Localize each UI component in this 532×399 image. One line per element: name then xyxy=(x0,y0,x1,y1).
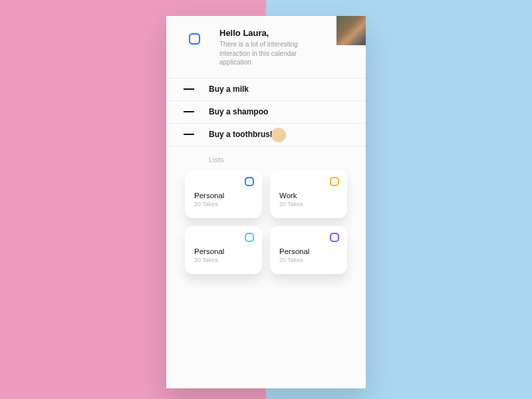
todo-row[interactable]: Buy a milk xyxy=(166,78,366,101)
card-name: Work xyxy=(279,192,339,200)
subtitle-text: There is a lot of interesting interactio… xyxy=(219,40,319,67)
phone-frame: Hello Laura, There is a lot of interesti… xyxy=(166,16,366,388)
todo-label: Buy a toothbrush xyxy=(209,130,275,139)
card-name: Personal xyxy=(194,192,254,200)
card-subtitle: 20 Takes xyxy=(279,201,339,207)
header: Hello Laura, There is a lot of interesti… xyxy=(166,16,366,78)
card-subtitle: 20 Takes xyxy=(194,257,254,263)
list-card-personal[interactable]: Personal 20 Takes xyxy=(185,226,262,274)
card-name: Personal xyxy=(194,247,254,255)
app-icon[interactable] xyxy=(189,33,200,45)
square-icon xyxy=(330,233,339,242)
dash-icon xyxy=(184,111,194,112)
square-icon xyxy=(245,177,254,186)
dash-icon xyxy=(184,134,194,135)
lists-title: Lists xyxy=(209,156,354,164)
todo-row[interactable]: Buy a shampoo xyxy=(166,101,366,124)
todo-label: Buy a shampoo xyxy=(209,107,268,116)
square-icon xyxy=(330,177,339,186)
list-card-work[interactable]: Work 20 Takes xyxy=(270,170,347,218)
todo-row[interactable]: Buy a toothbrush xyxy=(166,124,366,146)
card-subtitle: 20 Takes xyxy=(279,257,339,263)
greeting-text: Hello Laura, xyxy=(219,28,321,38)
header-text: Hello Laura, There is a lot of interesti… xyxy=(219,28,321,67)
cards-grid: Personal 20 Takes Work 20 Takes Personal… xyxy=(178,170,354,274)
square-icon xyxy=(245,233,254,242)
avatar[interactable] xyxy=(336,16,366,45)
lists-section: Lists Personal 20 Takes Work 20 Takes Pe… xyxy=(166,146,366,274)
card-name: Personal xyxy=(279,247,339,255)
list-card-personal[interactable]: Personal 20 Takes xyxy=(270,226,347,274)
dash-icon xyxy=(184,88,194,90)
card-subtitle: 20 Takes xyxy=(194,201,254,207)
todo-label: Buy a milk xyxy=(209,84,249,94)
list-card-personal[interactable]: Personal 20 Takes xyxy=(185,170,262,218)
touch-indicator xyxy=(271,128,286,142)
